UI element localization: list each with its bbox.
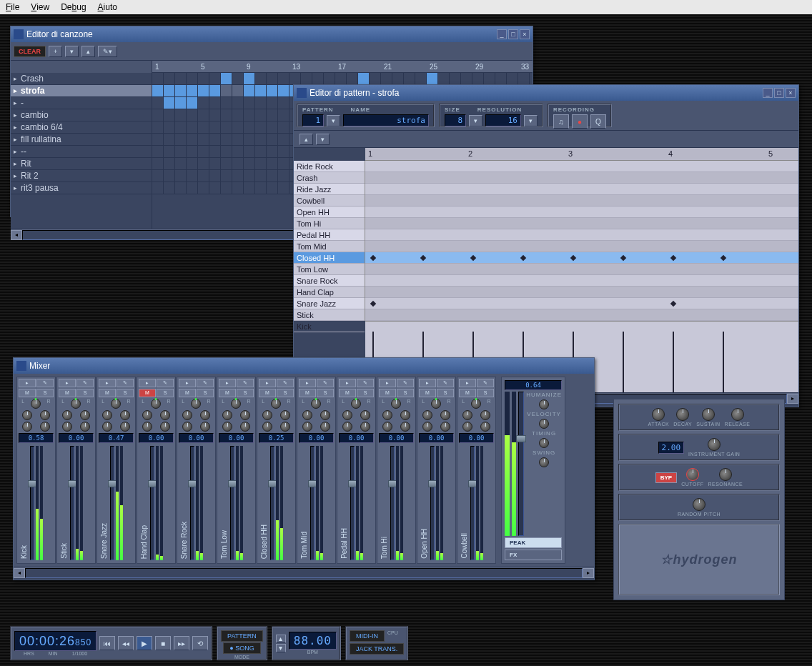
song-cell[interactable] <box>187 182 198 194</box>
fx4-knob[interactable] <box>360 422 370 432</box>
quantize-button[interactable]: Q <box>590 114 606 129</box>
mute-button[interactable]: M <box>419 389 436 397</box>
fx2-knob[interactable] <box>440 410 450 420</box>
pattern-dropdown[interactable]: ▾ <box>327 115 340 126</box>
track-row[interactable]: ▸Crash <box>11 73 152 85</box>
song-cell[interactable] <box>187 121 198 133</box>
song-cell[interactable] <box>301 73 312 84</box>
song-cell[interactable] <box>358 73 370 84</box>
instrument-row[interactable]: Snare Rock <box>294 275 365 287</box>
mute-button[interactable]: M <box>139 389 156 397</box>
pan-knob[interactable] <box>191 399 201 409</box>
song-cell[interactable] <box>312 73 324 84</box>
menu-help[interactable]: Aiuto <box>98 2 117 12</box>
song-cell[interactable] <box>255 146 267 157</box>
song-cell[interactable] <box>175 85 187 96</box>
song-cell[interactable] <box>164 146 175 157</box>
mute-button[interactable]: M <box>379 389 396 397</box>
song-cell[interactable] <box>255 158 267 169</box>
song-cell[interactable] <box>472 73 484 84</box>
mute-button[interactable]: M <box>459 389 476 397</box>
mixer-titlebar[interactable]: Mixer <box>14 358 594 374</box>
note[interactable] <box>721 255 726 261</box>
song-cell[interactable] <box>164 182 175 194</box>
fx4-knob[interactable] <box>80 422 90 432</box>
note[interactable] <box>520 255 526 261</box>
play-sample-button[interactable]: ▸ <box>59 379 76 387</box>
add-track-button[interactable]: + <box>49 46 62 57</box>
song-cell[interactable] <box>175 146 187 157</box>
decay-knob[interactable] <box>676 408 689 421</box>
track-row[interactable]: ▸-- <box>11 146 152 158</box>
song-cell[interactable] <box>278 73 289 84</box>
song-cell[interactable] <box>324 73 335 84</box>
pan-knob[interactable] <box>271 399 281 409</box>
fx3-knob[interactable] <box>102 422 112 432</box>
song-cell[interactable] <box>232 182 244 194</box>
song-cell[interactable] <box>209 73 221 84</box>
song-cell[interactable] <box>244 134 255 145</box>
song-cell[interactable] <box>278 109 289 121</box>
swing-knob[interactable] <box>539 457 549 467</box>
song-cell[interactable] <box>175 182 187 194</box>
song-cell[interactable] <box>244 121 255 133</box>
fx2-knob[interactable] <box>320 410 330 420</box>
track-row[interactable]: ▸strofa <box>11 85 152 97</box>
edit-button[interactable]: ✎ <box>437 379 454 387</box>
song-cell[interactable] <box>370 73 381 84</box>
song-cell[interactable] <box>164 134 175 145</box>
fx1-knob[interactable] <box>182 410 192 420</box>
instrument-row[interactable]: Ride Rock <box>294 161 365 172</box>
play-sample-button[interactable]: ▸ <box>379 379 396 387</box>
song-cell[interactable] <box>221 134 232 145</box>
song-cell[interactable] <box>267 121 278 133</box>
solo-button[interactable]: S <box>397 389 414 397</box>
fx3-knob[interactable] <box>462 422 472 432</box>
edit-button[interactable]: ✎ <box>357 379 374 387</box>
song-cell[interactable] <box>187 170 198 182</box>
song-cell[interactable] <box>164 97 175 109</box>
song-cell[interactable] <box>507 73 518 84</box>
song-cell[interactable] <box>267 85 278 96</box>
channel-fader[interactable]: Tom Hi <box>379 444 414 562</box>
velocity-bar[interactable] <box>723 332 724 392</box>
resonance-knob[interactable] <box>719 468 732 481</box>
song-cell[interactable] <box>175 97 187 109</box>
song-cell[interactable] <box>198 97 209 109</box>
channel-fader[interactable]: Tom Low <box>219 444 254 562</box>
song-cell[interactable] <box>244 97 255 109</box>
note[interactable] <box>570 255 576 261</box>
fx2-knob[interactable] <box>360 410 370 420</box>
resolution-field[interactable]: 16 <box>485 114 521 126</box>
song-cell[interactable] <box>164 85 175 96</box>
edit-button[interactable]: ✎ <box>117 379 134 387</box>
song-cell[interactable] <box>278 146 289 157</box>
instrument-row[interactable]: Tom Low <box>294 264 365 275</box>
song-cell[interactable] <box>152 182 164 194</box>
scroll-left-button[interactable]: ◂ <box>11 230 22 240</box>
song-cell[interactable] <box>255 182 267 194</box>
pan-knob[interactable] <box>231 399 241 409</box>
song-cell[interactable] <box>450 73 461 84</box>
song-cell[interactable] <box>404 73 415 84</box>
song-cell[interactable] <box>255 97 267 109</box>
song-cell[interactable] <box>209 170 221 182</box>
pan-knob[interactable] <box>471 399 481 409</box>
fx2-knob[interactable] <box>200 410 210 420</box>
song-cell[interactable] <box>278 121 289 133</box>
pan-knob[interactable] <box>391 399 401 409</box>
fx4-knob[interactable] <box>160 422 170 432</box>
menu-debug[interactable]: Debug <box>61 2 86 12</box>
song-cell[interactable] <box>232 121 244 133</box>
channel-fader[interactable]: Kick <box>19 444 54 562</box>
fx2-knob[interactable] <box>160 410 170 420</box>
song-cell[interactable] <box>518 73 530 84</box>
sustain-knob[interactable] <box>702 408 715 421</box>
mute-button[interactable]: M <box>19 389 36 397</box>
song-cell[interactable] <box>209 182 221 194</box>
mute-button[interactable]: M <box>339 389 356 397</box>
jack-transport-button[interactable]: JACK TRANS. <box>350 643 404 655</box>
solo-button[interactable]: S <box>157 389 174 397</box>
clear-button[interactable]: CLEAR <box>14 46 46 57</box>
song-cell[interactable] <box>221 170 232 182</box>
